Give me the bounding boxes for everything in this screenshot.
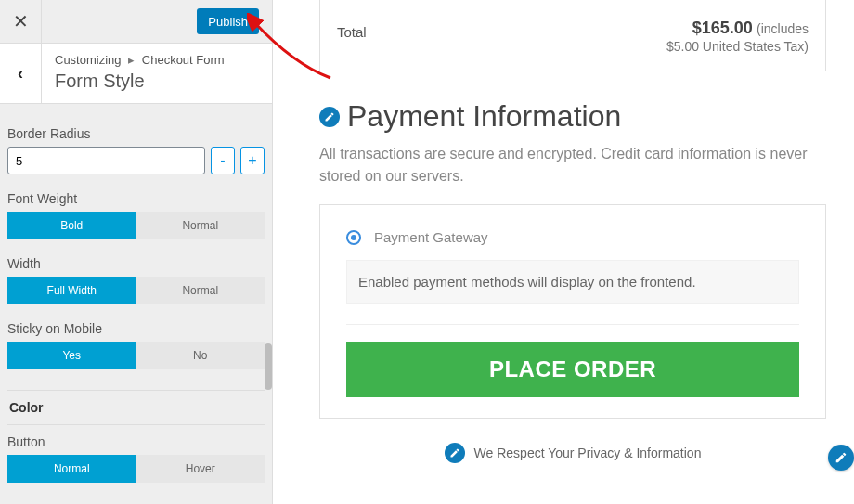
- width-label: Width: [7, 256, 265, 271]
- privacy-line: We Respect Your Privacy & Information: [319, 443, 826, 463]
- customizer-sidebar: ✕ Publish ‹ Customizing ▸ Checkout Form …: [0, 0, 273, 504]
- width-full[interactable]: Full Width: [7, 277, 136, 304]
- payment-heading-row: Payment Information: [319, 99, 826, 134]
- header-spacer: [42, 0, 197, 43]
- breadcrumb-sep-icon: ▸: [128, 53, 135, 67]
- breadcrumb-crumb: Checkout Form: [142, 53, 225, 67]
- pencil-icon: [835, 451, 848, 464]
- breadcrumb-content: Customizing ▸ Checkout Form Form Style: [42, 44, 272, 103]
- divider: [346, 324, 799, 325]
- border-radius-label: Border Radius: [7, 126, 265, 141]
- pencil-icon: [449, 447, 460, 459]
- payment-heading: Payment Information: [347, 99, 621, 134]
- privacy-text: We Respect Your Privacy & Information: [474, 446, 702, 460]
- font-weight-label: Font Weight: [7, 191, 265, 206]
- radio-icon: [346, 230, 361, 245]
- gateway-note: Enabled payment methods will display on …: [346, 260, 799, 304]
- scrollbar[interactable]: [265, 343, 272, 390]
- button-color-label: Button: [7, 434, 265, 449]
- sticky-yes[interactable]: Yes: [7, 342, 136, 369]
- font-weight-normal[interactable]: Normal: [136, 212, 265, 239]
- border-radius-row: - +: [7, 147, 265, 174]
- sticky-toggle: Yes No: [7, 342, 265, 369]
- width-toggle: Full Width Normal: [7, 277, 265, 304]
- border-radius-decrement[interactable]: -: [211, 147, 235, 174]
- payment-subtext: All transactions are secure and encrypte…: [319, 143, 826, 187]
- sticky-label: Sticky on Mobile: [7, 321, 265, 336]
- sticky-no[interactable]: No: [136, 342, 265, 369]
- button-state-toggle: Normal Hover: [7, 455, 265, 483]
- font-weight-toggle: Bold Normal: [7, 212, 265, 239]
- preview-pane: Total $165.00 (includes $5.00 United Sta…: [273, 0, 854, 504]
- place-order-button[interactable]: PLACE ORDER: [346, 342, 799, 397]
- pencil-icon: [324, 111, 335, 123]
- color-group-heading: Color: [7, 390, 265, 425]
- width-normal[interactable]: Normal: [136, 277, 265, 304]
- breadcrumb-root: Customizing: [55, 53, 122, 67]
- back-button[interactable]: ‹: [0, 44, 42, 103]
- close-button[interactable]: ✕: [0, 0, 42, 43]
- payment-gateway-option[interactable]: Payment Gateway: [346, 229, 799, 245]
- payment-box: Payment Gateway Enabled payment methods …: [319, 204, 826, 419]
- button-state-hover[interactable]: Hover: [136, 455, 265, 483]
- total-amount: $165.00: [692, 19, 753, 37]
- publish-button[interactable]: Publish: [197, 8, 259, 34]
- privacy-edit-badge[interactable]: [445, 443, 465, 463]
- edit-badge[interactable]: [319, 107, 340, 127]
- border-radius-input[interactable]: [7, 147, 205, 174]
- total-amount-block: $165.00 (includes $5.00 United States Ta…: [666, 19, 809, 54]
- controls-panel: Border Radius - + Font Weight Bold Norma…: [0, 104, 272, 504]
- floating-edit-button[interactable]: [828, 445, 854, 471]
- panel-title: Form Style: [55, 71, 259, 92]
- order-total-box: Total $165.00 (includes $5.00 United Sta…: [319, 0, 826, 71]
- total-label: Total: [337, 19, 367, 54]
- border-radius-increment[interactable]: +: [240, 147, 265, 174]
- payment-gateway-label: Payment Gateway: [374, 229, 488, 245]
- font-weight-bold[interactable]: Bold: [7, 212, 136, 239]
- breadcrumb: Customizing ▸ Checkout Form: [55, 53, 259, 67]
- total-tax-line: $5.00 United States Tax): [666, 39, 809, 54]
- sidebar-header: ✕ Publish: [0, 0, 272, 44]
- total-includes: (includes: [757, 21, 809, 36]
- button-state-normal[interactable]: Normal: [7, 455, 136, 483]
- breadcrumb-bar: ‹ Customizing ▸ Checkout Form Form Style: [0, 44, 272, 104]
